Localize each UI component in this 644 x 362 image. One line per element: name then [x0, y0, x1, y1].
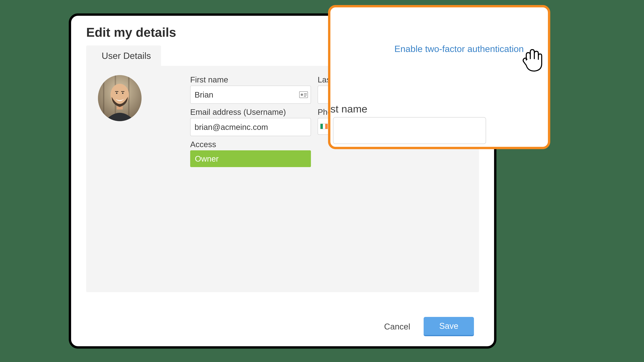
- svg-point-5: [110, 84, 129, 106]
- svg-rect-9: [121, 91, 124, 92]
- access-value[interactable]: Owner: [190, 150, 311, 167]
- svg-rect-12: [304, 93, 307, 94]
- cancel-button[interactable]: Cancel: [384, 322, 410, 332]
- save-button[interactable]: Save: [424, 317, 474, 336]
- highlight-callout: Enable two-factor authentication st name: [328, 5, 550, 149]
- svg-point-7: [122, 92, 124, 94]
- access-group: Access Owner: [190, 140, 311, 167]
- enable-2fa-link[interactable]: Enable two-factor authentication: [394, 43, 524, 54]
- access-label: Access: [190, 140, 311, 149]
- first-name-input[interactable]: [190, 86, 311, 104]
- last-name-label-callout: st name: [330, 103, 368, 115]
- first-name-input-wrap: [190, 86, 311, 104]
- avatar[interactable]: [98, 75, 142, 121]
- svg-rect-14: [304, 96, 306, 97]
- svg-point-6: [116, 92, 118, 94]
- email-group: Email address (Username): [190, 107, 311, 136]
- contact-card-icon: [299, 91, 308, 98]
- svg-point-11: [301, 93, 303, 96]
- dialog-footer: Cancel Save: [384, 317, 474, 336]
- first-name-label: First name: [190, 75, 311, 84]
- pointer-cursor-icon: [521, 47, 543, 72]
- tab-user-details[interactable]: User Details: [86, 45, 161, 66]
- ireland-flag-icon: [320, 124, 328, 129]
- svg-rect-13: [304, 95, 307, 95]
- email-label: Email address (Username): [190, 107, 311, 117]
- email-input[interactable]: [190, 118, 311, 136]
- svg-rect-8: [115, 91, 118, 92]
- avatar-column: [98, 75, 148, 171]
- avatar-image: [98, 75, 142, 121]
- last-name-input[interactable]: [333, 117, 486, 144]
- stage: Edit my details User Details: [0, 0, 644, 362]
- first-name-group: First name: [190, 75, 311, 104]
- svg-rect-1: [103, 75, 104, 121]
- fields-column-left: First name: [190, 75, 311, 171]
